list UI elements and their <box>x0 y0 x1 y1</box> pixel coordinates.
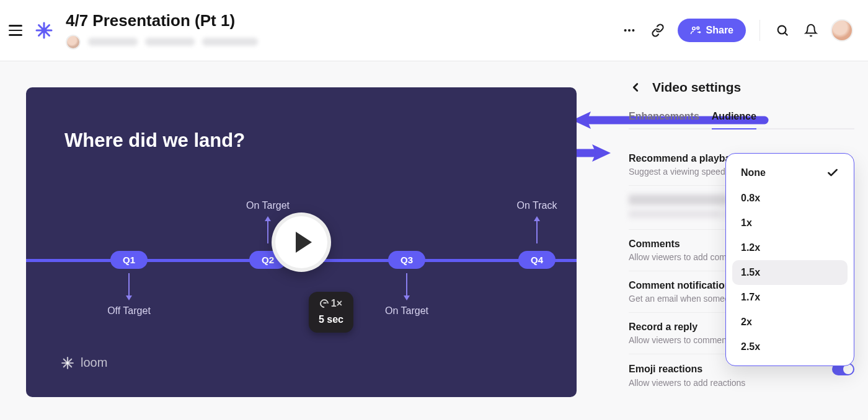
video-area: Where did we land? Q1 Q2 Q3 Q4 On Target… <box>0 61 620 420</box>
share-people-icon <box>690 25 701 36</box>
link-icon[interactable] <box>649 22 666 39</box>
author-name-blurred <box>88 38 138 46</box>
loom-wordmark: loom <box>81 356 107 370</box>
dropdown-option-2x[interactable]: 2x <box>732 310 848 335</box>
svg-point-6 <box>628 29 631 32</box>
gauge-icon <box>318 297 330 310</box>
dropdown-option-1-7x[interactable]: 1.7x <box>732 285 848 310</box>
bell-icon[interactable] <box>802 22 820 39</box>
dropdown-option-label: 2x <box>741 317 752 328</box>
playback-speed-badge: 1× 5 sec <box>309 292 353 333</box>
dropdown-option-label: 1.7x <box>741 292 760 303</box>
quarter-badge-q1: Q1 <box>110 251 148 269</box>
tab-audience[interactable]: Audience <box>712 111 756 128</box>
dropdown-option-1-2x[interactable]: 1.2x <box>732 235 848 260</box>
label-on-target: On Target <box>231 200 305 211</box>
dropdown-option-label: 1.5x <box>741 267 760 278</box>
playback-speed-dropdown: None 0.8x 1x 1.2x 1.5x 1.7x 2x 2.5x <box>725 153 854 366</box>
play-button[interactable] <box>272 212 331 272</box>
main-area: Where did we land? Q1 Q2 Q3 Q4 On Target… <box>0 61 868 420</box>
arrow-down-icon <box>406 273 407 297</box>
share-label: Share <box>706 25 733 36</box>
label-on-target: On Target <box>370 305 444 317</box>
dropdown-option-none[interactable]: None <box>732 160 848 186</box>
svg-point-4 <box>42 28 47 33</box>
dropdown-option-2-5x[interactable]: 2.5x <box>732 335 848 359</box>
svg-point-5 <box>624 29 626 32</box>
label-on-track: On Track <box>500 200 574 211</box>
svg-point-7 <box>632 29 634 32</box>
header-actions: Share <box>621 19 853 42</box>
setting-title: Comments <box>629 238 680 250</box>
dropdown-option-1x[interactable]: 1x <box>732 211 848 235</box>
back-chevron-icon[interactable] <box>629 81 642 94</box>
quarter-badge-q3: Q3 <box>388 251 425 269</box>
setting-title: Comment notification <box>629 280 730 291</box>
video-duration: 5 sec <box>319 314 343 325</box>
more-icon[interactable] <box>621 22 638 39</box>
svg-point-10 <box>778 26 786 34</box>
author-avatar[interactable] <box>66 35 81 50</box>
dropdown-option-0-8x[interactable]: 0.8x <box>732 186 848 211</box>
search-icon[interactable] <box>774 22 791 39</box>
loom-burst-icon <box>61 356 74 370</box>
settings-tabs: Enhancements Audience <box>629 111 854 129</box>
dropdown-option-label: None <box>741 167 766 178</box>
title-block: 4/7 Presentation (Pt 1) <box>66 11 621 49</box>
play-icon <box>296 232 312 253</box>
dropdown-option-label: 0.8x <box>741 193 760 204</box>
vertical-divider <box>760 20 760 41</box>
speed-value: 1× <box>331 298 342 309</box>
user-avatar[interactable] <box>831 19 853 42</box>
dropdown-option-1-5x[interactable]: 1.5x <box>732 260 848 285</box>
video-settings-panel: Video settings Enhancements Audience Rec… <box>620 61 868 420</box>
dropdown-option-label: 2.5x <box>741 341 760 352</box>
quarter-badge-q4: Q4 <box>518 251 556 269</box>
label-off-target: Off Target <box>92 305 166 317</box>
slide-title: Where did we land? <box>64 129 245 152</box>
hamburger-menu-icon[interactable] <box>9 22 26 39</box>
header: 4/7 Presentation (Pt 1) Share <box>0 0 868 61</box>
video-player[interactable]: Where did we land? Q1 Q2 Q3 Q4 On Target… <box>26 87 577 397</box>
loom-watermark: loom <box>61 356 107 370</box>
setting-title: Record a reply <box>629 322 698 333</box>
setting-title: Emoji reactions <box>629 364 702 375</box>
arrow-down-icon <box>128 273 130 297</box>
arrow-up-icon <box>536 220 538 243</box>
panel-title: Video settings <box>652 80 741 95</box>
svg-point-8 <box>692 27 695 30</box>
page-title: 4/7 Presentation (Pt 1) <box>66 11 621 30</box>
loom-logo-icon[interactable] <box>35 21 53 40</box>
dropdown-option-label: 1x <box>741 217 752 229</box>
check-icon <box>826 167 839 179</box>
arrow-up-icon <box>267 220 268 243</box>
timestamp-blurred <box>145 38 195 46</box>
svg-point-9 <box>696 27 699 29</box>
tab-enhancements[interactable]: Enhancements <box>629 111 699 128</box>
meta-row <box>66 35 621 50</box>
dropdown-option-label: 1.2x <box>741 242 760 253</box>
setting-desc: Allow viewers to add reactions <box>629 378 854 388</box>
share-button[interactable]: Share <box>678 19 746 42</box>
tag-blurred <box>202 38 258 46</box>
